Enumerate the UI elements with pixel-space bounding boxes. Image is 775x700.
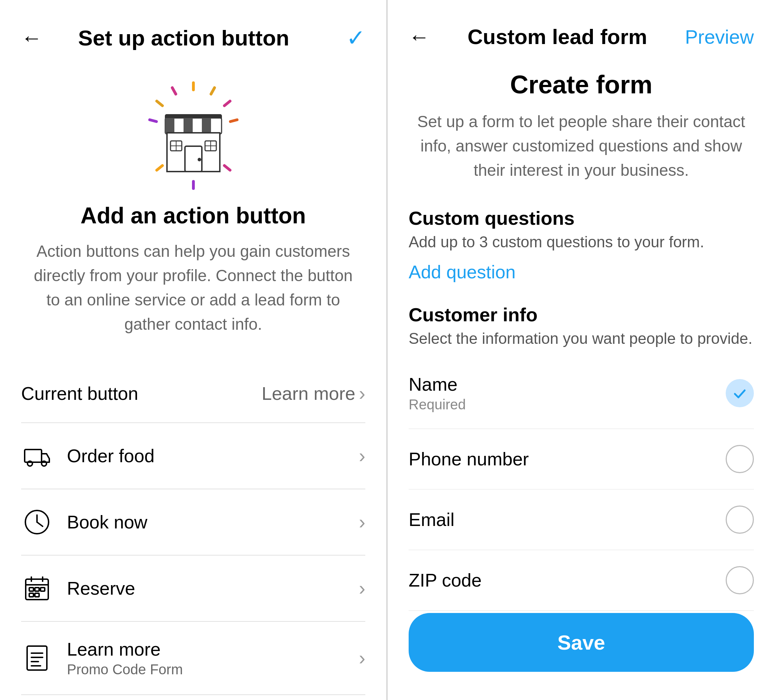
order-food-content: Order food bbox=[67, 445, 359, 466]
section-description: Action buttons can help you gain custome… bbox=[21, 239, 365, 336]
svg-line-6 bbox=[157, 101, 162, 106]
field-name-checkbox[interactable] bbox=[726, 379, 754, 407]
create-form-title: Create form bbox=[409, 70, 754, 99]
field-zip-label: ZIP code bbox=[409, 570, 482, 591]
svg-line-5 bbox=[172, 88, 176, 94]
learn-more-item-chevron: › bbox=[359, 647, 365, 669]
reserve-chevron: › bbox=[359, 577, 365, 600]
svg-line-3 bbox=[230, 120, 237, 121]
calendar-icon bbox=[21, 572, 53, 604]
save-button[interactable]: Save bbox=[409, 613, 754, 672]
menu-item-learn-more[interactable]: Learn more Promo Code Form › bbox=[21, 622, 365, 695]
field-name-info: Name Required bbox=[409, 374, 466, 412]
customer-info-subheading: Select the information you want people t… bbox=[409, 330, 754, 348]
learn-more-item-label: Learn more bbox=[67, 639, 359, 660]
left-page-title: Set up action button bbox=[21, 25, 346, 50]
svg-line-8 bbox=[157, 166, 162, 170]
learn-more-item-sublabel: Promo Code Form bbox=[67, 662, 359, 677]
right-back-button[interactable]: ← bbox=[409, 27, 430, 48]
menu-item-order-food[interactable]: Order food › bbox=[21, 423, 365, 489]
learn-more-label: Learn more bbox=[262, 383, 356, 404]
field-email-info: Email bbox=[409, 509, 454, 530]
book-now-label: Book now bbox=[67, 512, 359, 533]
field-name-label: Name bbox=[409, 374, 466, 395]
menu-item-book-now[interactable]: Book now › bbox=[21, 489, 365, 555]
book-now-chevron: › bbox=[359, 511, 365, 534]
checkmark-icon bbox=[731, 385, 748, 402]
current-button-label: Current button bbox=[21, 383, 138, 404]
learn-more-button[interactable]: Learn more › bbox=[262, 382, 365, 405]
section-title: Add an action button bbox=[21, 203, 365, 229]
confirm-check-icon[interactable]: ✓ bbox=[346, 25, 365, 51]
svg-rect-12 bbox=[165, 118, 175, 134]
preview-button[interactable]: Preview bbox=[685, 26, 754, 48]
field-phone-info: Phone number bbox=[409, 449, 529, 470]
chevron-right-icon: › bbox=[359, 382, 365, 405]
svg-rect-35 bbox=[35, 588, 39, 591]
svg-rect-38 bbox=[35, 593, 39, 597]
current-button-row: Current button Learn more › bbox=[21, 365, 365, 423]
field-email-label: Email bbox=[409, 509, 454, 530]
document-icon bbox=[21, 642, 53, 674]
svg-point-17 bbox=[198, 158, 201, 161]
menu-item-reserve[interactable]: Reserve › bbox=[21, 555, 365, 622]
field-name-sublabel: Required bbox=[409, 397, 466, 412]
field-row-zip[interactable]: ZIP code bbox=[409, 550, 754, 611]
reserve-label: Reserve bbox=[67, 578, 359, 599]
add-question-button[interactable]: Add question bbox=[409, 261, 754, 283]
svg-rect-34 bbox=[29, 588, 33, 591]
order-food-label: Order food bbox=[67, 445, 359, 466]
right-page-title: Custom lead form bbox=[430, 25, 685, 49]
truck-icon bbox=[21, 440, 53, 472]
svg-rect-37 bbox=[29, 593, 33, 597]
clock-icon bbox=[21, 506, 53, 538]
book-now-content: Book now bbox=[67, 512, 359, 533]
left-panel: ← Set up action button ✓ bbox=[0, 0, 388, 700]
custom-questions-subheading: Add up to 3 custom questions to your for… bbox=[409, 233, 754, 251]
create-form-description: Set up a form to let people share their … bbox=[409, 110, 754, 183]
svg-rect-36 bbox=[40, 588, 45, 591]
field-row-email[interactable]: Email bbox=[409, 490, 754, 550]
reserve-content: Reserve bbox=[67, 578, 359, 599]
svg-line-1 bbox=[211, 88, 215, 94]
svg-rect-14 bbox=[202, 118, 211, 134]
field-zip-checkbox[interactable] bbox=[726, 566, 754, 594]
right-header: ← Custom lead form Preview bbox=[409, 0, 754, 70]
field-phone-checkbox[interactable] bbox=[726, 445, 754, 473]
svg-line-2 bbox=[225, 101, 230, 106]
field-email-checkbox[interactable] bbox=[726, 505, 754, 534]
store-illustration bbox=[21, 86, 365, 185]
svg-line-29 bbox=[37, 522, 43, 526]
field-zip-info: ZIP code bbox=[409, 570, 482, 591]
svg-line-7 bbox=[150, 120, 156, 121]
right-panel: ← Custom lead form Preview Create form S… bbox=[388, 0, 775, 700]
customer-info-heading: Customer info bbox=[409, 304, 754, 326]
svg-rect-13 bbox=[183, 118, 193, 134]
custom-questions-heading: Custom questions bbox=[409, 207, 754, 229]
field-phone-label: Phone number bbox=[409, 449, 529, 470]
left-header: ← Set up action button ✓ bbox=[21, 0, 365, 72]
store-with-rays-icon bbox=[137, 79, 250, 192]
svg-line-4 bbox=[225, 166, 230, 170]
field-row-name[interactable]: Name Required bbox=[409, 358, 754, 429]
field-row-phone[interactable]: Phone number bbox=[409, 429, 754, 490]
order-food-chevron: › bbox=[359, 445, 365, 467]
svg-rect-24 bbox=[25, 449, 42, 462]
learn-more-content: Learn more Promo Code Form bbox=[67, 639, 359, 677]
